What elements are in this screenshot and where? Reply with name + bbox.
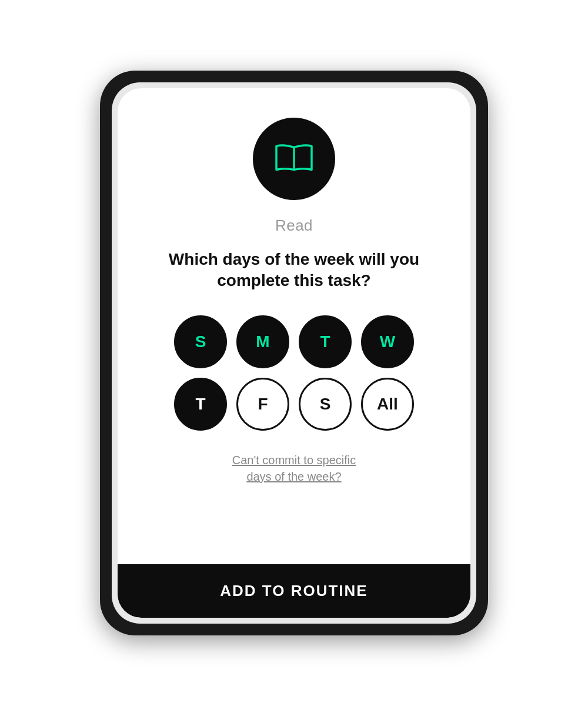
book-icon [273,140,315,178]
days-row-1: S M T W [174,315,414,368]
activity-label: Read [275,217,313,235]
question-text: Which days of the week will you complete… [141,249,447,292]
day-friday[interactable]: F [236,378,289,431]
cant-commit-link[interactable]: Can't commit to specific days of the wee… [232,452,356,485]
add-to-routine-button[interactable]: ADD TO ROUTINE [220,582,368,600]
phone-frame: Read Which days of the week will you com… [100,71,488,635]
day-tuesday[interactable]: T [299,315,352,368]
content-area: Read Which days of the week will you com… [118,88,470,564]
bottom-bar: ADD TO ROUTINE [118,564,470,618]
day-thursday[interactable]: T [174,378,227,431]
day-wednesday[interactable]: W [361,315,414,368]
cant-commit-line2: days of the week? [246,470,341,483]
days-row-2: T F S All [174,378,414,431]
day-sunday[interactable]: S [174,315,227,368]
phone-bezel: Read Which days of the week will you com… [112,82,476,624]
day-monday[interactable]: M [236,315,289,368]
day-all[interactable]: All [361,378,414,431]
day-saturday[interactable]: S [299,378,352,431]
activity-icon-circle [253,118,335,200]
screen: Read Which days of the week will you com… [118,88,470,618]
days-grid: S M T W T F S All [174,315,414,431]
cant-commit-line1: Can't commit to specific [232,454,356,467]
